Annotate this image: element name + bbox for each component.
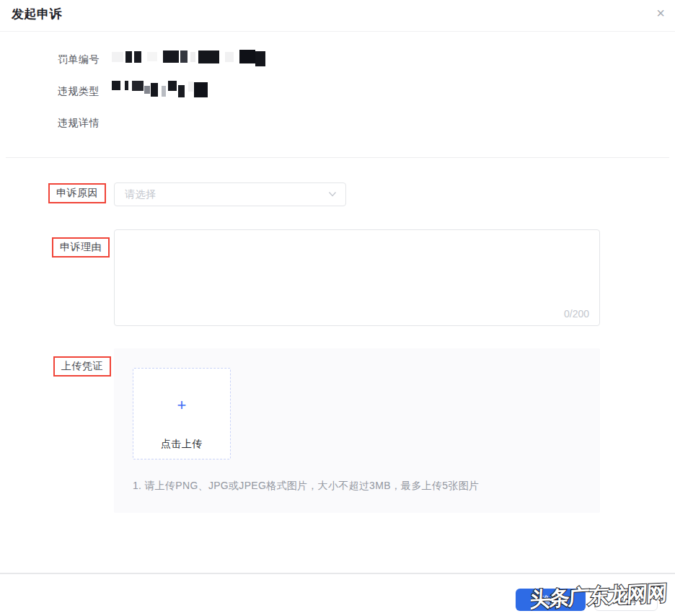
close-icon[interactable]: × bbox=[656, 4, 665, 22]
upload-button[interactable]: + 点击上传 bbox=[133, 368, 231, 459]
appeal-reason-select[interactable]: 请选择 bbox=[114, 182, 346, 206]
appeal-dialog: 发起申诉 × 罚单编号 违规类型 违规详情 申诉原因 请选择 申诉理由 0/20… bbox=[0, 0, 675, 616]
appeal-rationale-textarea[interactable]: 0/200 bbox=[114, 229, 600, 326]
footer-divider bbox=[0, 573, 675, 574]
dialog-header: 发起申诉 × bbox=[0, 0, 675, 32]
ticket-number-redacted-value bbox=[112, 50, 265, 66]
appeal-rationale-label: 申诉理由 bbox=[52, 237, 110, 258]
confirm-button[interactable]: 确定 bbox=[516, 589, 586, 611]
appeal-reason-label: 申诉原因 bbox=[48, 183, 106, 203]
upload-button-label: 点击上传 bbox=[133, 438, 230, 451]
section-divider bbox=[6, 157, 669, 158]
field-label-ticket-number: 罚单编号 bbox=[58, 53, 100, 66]
upload-panel: + 点击上传 1. 请上传PNG、JPG或JPEG格式图片，大小不超过3MB，最… bbox=[114, 348, 600, 513]
upload-evidence-label: 上传凭证 bbox=[53, 356, 111, 377]
plus-icon: + bbox=[133, 396, 230, 415]
violation-type-redacted-value bbox=[112, 81, 208, 96]
field-label-violation-detail: 违规详情 bbox=[58, 117, 100, 130]
appeal-reason-placeholder: 请选择 bbox=[125, 188, 156, 201]
cancel-button[interactable]: 取消 bbox=[594, 589, 658, 611]
chevron-down-icon bbox=[328, 190, 337, 198]
char-counter: 0/200 bbox=[564, 308, 589, 320]
upload-hint-text: 1. 请上传PNG、JPG或JPEG格式图片，大小不超过3MB，最多上传5张图片 bbox=[133, 480, 479, 493]
field-label-violation-type: 违规类型 bbox=[58, 85, 100, 98]
dialog-title: 发起申诉 bbox=[12, 6, 62, 22]
